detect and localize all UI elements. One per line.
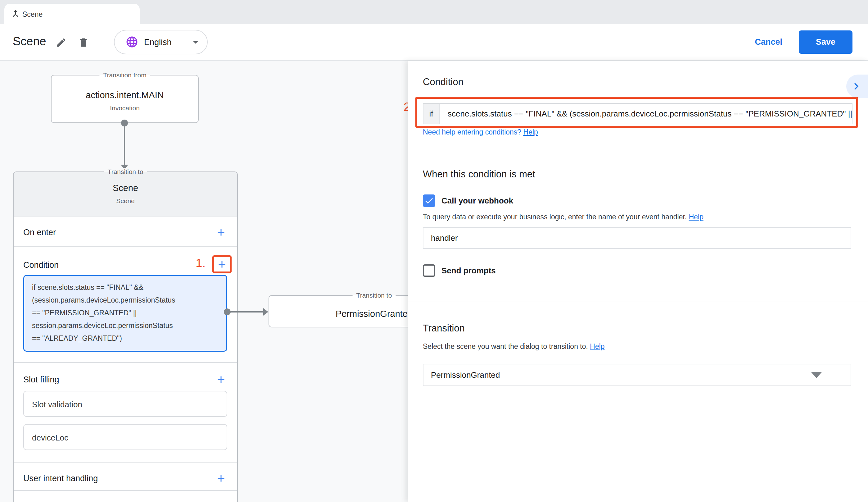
transition-heading: Transition: [423, 323, 465, 334]
condition-heading: Condition: [423, 77, 464, 88]
webhook-helper-sentence: To query data or execute your business l…: [423, 213, 687, 221]
chevron-down-icon: [190, 37, 201, 48]
tab-label: Scene: [22, 10, 42, 19]
scene-node-legend: Transition to: [104, 168, 147, 176]
send-prompts-checkbox[interactable]: [423, 264, 435, 277]
scene-node-title: Scene: [14, 183, 237, 193]
if-chip: if: [423, 104, 440, 124]
merge-icon: [11, 8, 20, 18]
transition-helper-sentence: Select the scene you want the dialog to …: [423, 342, 588, 350]
condition-input[interactable]: [440, 104, 852, 124]
save-button[interactable]: Save: [799, 30, 852, 54]
scene-node-header[interactable]: [14, 172, 237, 217]
webhook-help-link[interactable]: Help: [689, 213, 703, 221]
send-prompts-label: Send prompts: [442, 266, 496, 275]
scene-editor: Scene Scene English Cancel Save Transiti…: [0, 0, 868, 502]
section-divider: [14, 490, 237, 491]
webhook-helper-text: To query data or execute your business l…: [423, 213, 703, 221]
connector-line-vertical: [124, 123, 125, 165]
when-met-heading: When this condition is met: [423, 169, 535, 180]
add-on-enter-button[interactable]: [215, 227, 227, 238]
add-intent-button[interactable]: [215, 473, 227, 484]
invocation-node-title: actions.intent.MAIN: [51, 90, 199, 100]
arrowhead-right: [263, 308, 268, 315]
section-divider: [14, 246, 237, 247]
condition-card-text: if scene.slots.status == "FINAL" && (ses…: [32, 281, 220, 345]
call-webhook-checkbox[interactable]: [423, 194, 435, 207]
scene-node-subtitle: Scene: [14, 197, 237, 205]
call-webhook-label: Call your webhook: [442, 196, 513, 205]
slot-validation-label: Slot validation: [32, 400, 82, 410]
delete-icon[interactable]: [78, 37, 89, 48]
invocation-node-legend: Transition from: [99, 71, 150, 79]
chevron-right-icon: [849, 80, 863, 93]
transition-helper-text: Select the scene you want the dialog to …: [423, 342, 605, 351]
section-label-on-enter: On enter: [23, 228, 56, 237]
add-slot-button[interactable]: [215, 374, 227, 385]
connector-line-horizontal: [227, 311, 263, 312]
condition-input-group: if: [423, 103, 852, 124]
target-node-legend: Transition to: [353, 291, 396, 300]
invocation-node-subtitle: Invocation: [51, 104, 199, 112]
transition-help-link[interactable]: Help: [590, 342, 604, 350]
panel-divider: [408, 302, 868, 302]
condition-help-link[interactable]: Help: [524, 128, 538, 136]
annotation-highlight-box-1: [212, 255, 231, 273]
cancel-button[interactable]: Cancel: [745, 37, 782, 47]
dropdown-caret-icon: [811, 372, 822, 378]
section-label-condition: Condition: [23, 260, 59, 270]
panel-divider: [408, 151, 868, 151]
globe-icon: [125, 36, 138, 49]
transition-scene-value: PermissionGranted: [423, 370, 811, 380]
page-title: Scene: [13, 35, 46, 48]
language-value: English: [144, 38, 172, 47]
transition-scene-select[interactable]: PermissionGranted: [423, 364, 851, 386]
section-divider: [14, 462, 237, 463]
annotation-step-1: 1.: [186, 257, 206, 270]
check-icon: [424, 196, 434, 205]
condition-help-question: Need help entering conditions?: [423, 128, 521, 136]
condition-help-text: Need help entering conditions? Help: [423, 128, 538, 137]
edit-icon[interactable]: [55, 37, 67, 48]
slot-deviceloc-label: deviceLoc: [32, 433, 68, 443]
section-label-slot-filling: Slot filling: [23, 375, 59, 384]
section-label-user-intent: User intent handling: [23, 474, 98, 483]
handler-input[interactable]: [423, 227, 851, 249]
section-divider: [14, 362, 237, 363]
